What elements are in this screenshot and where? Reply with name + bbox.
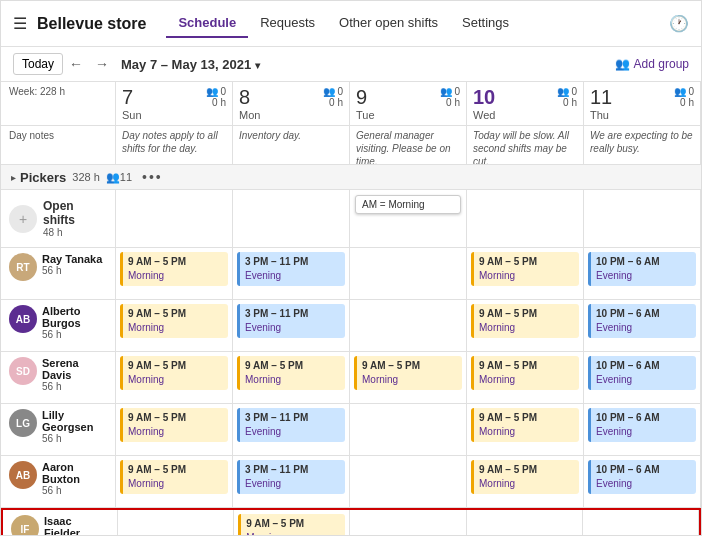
employee-left-0: RT Ray Tanaka 56 h (1, 248, 116, 299)
prev-arrow[interactable]: ← (63, 54, 89, 74)
date-range[interactable]: May 7 – May 13, 2021 ▾ (121, 57, 260, 72)
day-stats-3: 👥 00 h (557, 86, 577, 108)
employee-hours-3: 56 h (42, 433, 107, 444)
shift-card-0-3[interactable]: 9 AM – 5 PMMorning (471, 252, 579, 286)
shift-cell-2-1: 9 AM – 5 PMMorning (233, 352, 350, 403)
add-group-icon: 👥 (615, 57, 630, 71)
shift-cell-2-4: 10 PM – 6 AMEvening (584, 352, 701, 403)
shift-cell-4-4: 10 PM – 6 AMEvening (584, 456, 701, 507)
open-shifts-row: + Open shifts 48 h AM = Morning (1, 190, 701, 248)
group-more-btn[interactable]: ••• (142, 169, 163, 185)
shift-card-0-4[interactable]: 10 PM – 6 AMEvening (588, 252, 696, 286)
shift-cell-3-0: 9 AM – 5 PMMorning (116, 404, 233, 455)
shift-card-4-0[interactable]: 9 AM – 5 PMMorning (120, 460, 228, 494)
shift-card-2-1[interactable]: 9 AM – 5 PMMorning (237, 356, 345, 390)
day-stats-4: 👥 00 h (674, 86, 694, 108)
day-name-3: Wed (473, 109, 577, 121)
nav-tab-other-open-shifts[interactable]: Other open shifts (327, 9, 450, 38)
shift-card-1-1[interactable]: 3 PM – 11 PMEvening (237, 304, 345, 338)
employee-row-0: RT Ray Tanaka 56 h 9 AM – 5 PMMorning3 P… (1, 248, 701, 300)
employee-left-4: AB Aaron Buxton 56 h (1, 456, 116, 507)
shift-cell-0-4: 10 PM – 6 AMEvening (584, 248, 701, 299)
shift-card-2-2[interactable]: 9 AM – 5 PMMorning (354, 356, 462, 390)
day-num-4: 11 (590, 86, 612, 109)
shift-cell-5-3 (467, 510, 583, 536)
shift-cell-4-1: 3 PM – 11 PMEvening (233, 456, 350, 507)
group-people-count: 11 (120, 171, 132, 183)
shift-cell-5-4 (583, 510, 699, 536)
group-chevron[interactable]: ▸ (11, 172, 16, 183)
shift-card-3-3[interactable]: 9 AM – 5 PMMorning (471, 408, 579, 442)
day-header-0: 7 👥 00 h Sun (116, 82, 233, 125)
day-header-1: 8 👥 00 h Mon (233, 82, 350, 125)
employee-row-2: SD Serena Davis 56 h 9 AM – 5 PMMorning9… (1, 352, 701, 404)
nav-tab-settings[interactable]: Settings (450, 9, 521, 38)
open-shifts-cell-3 (467, 190, 584, 247)
day-name-2: Tue (356, 109, 460, 121)
week-label: Week: 228 h (9, 86, 107, 97)
day-name-0: Sun (122, 109, 226, 121)
shift-card-4-3[interactable]: 9 AM – 5 PMMorning (471, 460, 579, 494)
shift-cell-1-4: 10 PM – 6 AMEvening (584, 300, 701, 351)
day-num-2: 9 (356, 86, 367, 109)
today-button[interactable]: Today (13, 53, 63, 75)
app-container: ☰ Bellevue store ScheduleRequestsOther o… (0, 0, 702, 536)
shift-cell-1-0: 9 AM – 5 PMMorning (116, 300, 233, 351)
shift-card-5-1[interactable]: 9 AM – 5 PMMorning (238, 514, 345, 536)
avatar-5: IF (11, 515, 39, 536)
employee-left-2: SD Serena Davis 56 h (1, 352, 116, 403)
shift-cell-0-2 (350, 248, 467, 299)
open-shifts-icon: + (9, 205, 37, 233)
next-arrow[interactable]: → (89, 54, 115, 74)
shift-card-4-4[interactable]: 10 PM – 6 AMEvening (588, 460, 696, 494)
shift-card-3-1[interactable]: 3 PM – 11 PMEvening (237, 408, 345, 442)
employee-hours-0: 56 h (42, 265, 102, 276)
day-note-cell-3: Today will be slow. All second shifts ma… (467, 126, 584, 164)
employee-left-3: LG Lilly Georgsen 56 h (1, 404, 116, 455)
hamburger-icon[interactable]: ☰ (13, 14, 27, 33)
group-header: ▸ Pickers 328 h 👥 11 ••• (1, 165, 701, 190)
shift-card-2-4[interactable]: 10 PM – 6 AMEvening (588, 356, 696, 390)
shift-card-4-1[interactable]: 3 PM – 11 PMEvening (237, 460, 345, 494)
shift-card-2-3[interactable]: 9 AM – 5 PMMorning (471, 356, 579, 390)
nav-tab-requests[interactable]: Requests (248, 9, 327, 38)
day-note-cell-0: Day notes apply to all shifts for the da… (116, 126, 233, 164)
history-icon[interactable]: 🕐 (669, 15, 689, 32)
open-shifts-cell-1 (233, 190, 350, 247)
avatar-4: AB (9, 461, 37, 489)
shift-card-1-4[interactable]: 10 PM – 6 AMEvening (588, 304, 696, 338)
avatar-1: AB (9, 305, 37, 333)
avatar-3: LG (9, 409, 37, 437)
nav-tabs: ScheduleRequestsOther open shiftsSetting… (166, 9, 521, 38)
shift-cell-4-3: 9 AM – 5 PMMorning (467, 456, 584, 507)
add-group-button[interactable]: 👥 Add group (615, 57, 689, 71)
day-note-cell-2: General manager visiting. Please be on t… (350, 126, 467, 164)
open-shifts-cell-0 (116, 190, 233, 247)
employee-hours-2: 56 h (42, 381, 107, 392)
day-num-1: 8 (239, 86, 250, 109)
day-header-2: 9 👥 00 h Tue (350, 82, 467, 125)
nav-tab-schedule[interactable]: Schedule (166, 9, 248, 38)
shift-card-3-0[interactable]: 9 AM – 5 PMMorning (120, 408, 228, 442)
employee-name-1: Alberto Burgos (42, 305, 107, 329)
shift-card-1-0[interactable]: 9 AM – 5 PMMorning (120, 304, 228, 338)
open-shifts-cell-2: AM = Morning (350, 190, 467, 247)
shift-card-2-0[interactable]: 9 AM – 5 PMMorning (120, 356, 228, 390)
shift-cell-2-2: 9 AM – 5 PMMorning (350, 352, 467, 403)
day-notes-cells: Day notes apply to all shifts for the da… (116, 126, 701, 164)
shift-card-3-4[interactable]: 10 PM – 6 AMEvening (588, 408, 696, 442)
day-notes-label: Day notes (1, 126, 116, 164)
employee-row-4: AB Aaron Buxton 56 h 9 AM – 5 PMMorning3… (1, 456, 701, 508)
shift-card-0-0[interactable]: 9 AM – 5 PMMorning (120, 252, 228, 286)
shift-card-0-1[interactable]: 3 PM – 11 PMEvening (237, 252, 345, 286)
group-hours: 328 h (72, 171, 100, 183)
top-right-area: 🕐 (669, 14, 689, 33)
main-area: Week: 228 h 7 👥 00 h Sun 8 👥 00 h Mon 9 … (1, 82, 701, 536)
day-name-4: Thu (590, 109, 694, 121)
shift-cell-3-4: 10 PM – 6 AMEvening (584, 404, 701, 455)
employee-name-2: Serena Davis (42, 357, 107, 381)
employee-name-5: Isaac Fielder (44, 515, 109, 536)
shift-card-1-3[interactable]: 9 AM – 5 PMMorning (471, 304, 579, 338)
shift-cell-1-1: 3 PM – 11 PMEvening (233, 300, 350, 351)
toolbar: Today ← → May 7 – May 13, 2021 ▾ 👥 Add g… (1, 47, 701, 82)
